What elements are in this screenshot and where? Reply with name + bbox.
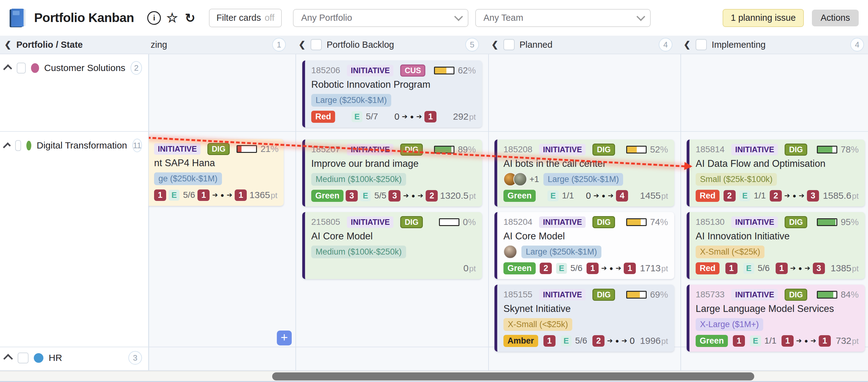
card-health-badge: Red: [695, 262, 719, 274]
lane-name: Digital Transformation: [37, 140, 127, 151]
lane-color-dot: [26, 141, 31, 150]
column-label: zing: [151, 40, 167, 50]
card-type-label: INITIATIVE: [347, 144, 393, 155]
kanban-card[interactable]: 185208 INITIATIVE DIG 52% AI bots in the…: [494, 140, 674, 206]
lane-checkbox[interactable]: [18, 353, 29, 363]
column-header-portfolio-backlog: ❮ Portfolio Backlog 5: [299, 36, 486, 54]
kanban-card[interactable]: 185130 INITIATIVE DIG 95% AI Innovation …: [687, 212, 865, 279]
filter-cards-button[interactable]: Filter cards off: [209, 9, 282, 27]
card-middle-row: X-Small (<$25k): [503, 318, 668, 331]
flow-arrow-icon: ➔: [593, 192, 599, 200]
card-avatars: +1: [503, 172, 539, 186]
card-health-badge: Green: [695, 335, 728, 347]
kanban-card[interactable]: 185207 INITIATIVE DIG 89% Improve our br…: [302, 140, 482, 206]
lane-checkbox[interactable]: [15, 140, 21, 151]
portfolio-select-value: Any Portfolio: [301, 13, 352, 23]
lane-name: HR: [49, 353, 62, 363]
card-id: 185130: [695, 217, 724, 227]
column-checkbox[interactable]: [503, 39, 515, 50]
estimate-fraction: 5/6: [183, 190, 195, 200]
card-title: Skynet Initiative: [503, 303, 668, 315]
flow-arrow-icon: ➔: [227, 191, 232, 199]
card-flow-indicator: 0 ➔ ● ➔ 4: [586, 190, 628, 202]
collapse-lane-icon[interactable]: [3, 354, 13, 363]
actions-button[interactable]: Actions: [812, 10, 859, 26]
kanban-card[interactable]: 185814 INITIATIVE DIG 78% AI Data Flow a…: [687, 140, 865, 206]
flow-arrow-icon: ➔: [402, 113, 407, 121]
blue-book-logo-icon: [9, 8, 26, 28]
chevron-down-icon: [455, 12, 463, 21]
collapse-lane-icon[interactable]: [3, 142, 10, 150]
flow-dot-icon: ●: [804, 337, 808, 345]
kanban-card[interactable]: 185155 INITIATIVE DIG 69% Skynet Initiat…: [494, 285, 674, 352]
progress-percent: 89%: [458, 145, 476, 155]
card-blocked-count-badge: 2: [723, 190, 736, 202]
column-separator: [488, 36, 489, 371]
flow-arrow-icon: ➔: [622, 337, 627, 345]
kanban-card[interactable]: 185733 INITIATIVE DIG 84% Large Language…: [687, 285, 865, 352]
card-points: 1585.6pt: [823, 190, 859, 201]
progress-percent: 74%: [650, 217, 668, 227]
card-points: 1320.5pt: [440, 190, 476, 201]
card-blocked-count-badge: 1: [733, 335, 745, 347]
card-bottom-row: Red 2 E 1/1 2 ➔ ● ➔ 3 1585.6pt: [695, 189, 859, 202]
estimate-fraction: 5/6: [570, 263, 583, 273]
info-button[interactable]: i: [145, 9, 163, 27]
column-count-badge: 4: [659, 38, 672, 52]
card-team-badge: DIG: [785, 289, 807, 301]
refresh-button[interactable]: ↻: [181, 9, 199, 27]
progress-bar: [237, 145, 257, 153]
collapse-lane-icon[interactable]: [3, 64, 12, 73]
card-flow-indicator: 2 ➔ ● ➔ 0: [592, 335, 634, 347]
card-top-row: 185155 INITIATIVE DIG 69%: [503, 288, 668, 301]
planning-issues-button[interactable]: 1 planning issue: [723, 9, 804, 27]
card-top-row: 185207 INITIATIVE DIG 89%: [311, 143, 476, 156]
card-progress: 62%: [434, 65, 476, 76]
portfolio-select[interactable]: Any Portfolio: [293, 9, 468, 27]
progress-fill: [818, 292, 833, 298]
progress-fill: [627, 147, 637, 152]
kanban-card[interactable]: 185204 INITIATIVE DIG 74% AI Core Model …: [494, 212, 674, 279]
kanban-card[interactable]: 185206 INITIATIVE CUS 62% Robotic Innova…: [302, 60, 482, 127]
team-select[interactable]: Any Team: [475, 9, 651, 27]
card-progress: 69%: [626, 290, 668, 300]
column-checkbox[interactable]: [695, 39, 707, 50]
card-middle-row: Medium ($100k-$250k): [311, 172, 476, 186]
add-card-button[interactable]: +: [277, 330, 292, 345]
card-bottom-row: Green 2 E 5/6 1 ➔ ● ➔ 1 1713pt: [503, 262, 668, 275]
card-middle-row: ge ($250k-$1M): [154, 172, 277, 185]
card-title: AI Core Model: [503, 230, 668, 242]
column-checkbox[interactable]: [311, 39, 322, 50]
card-title: AI Core Model: [311, 230, 476, 242]
flow-arrow-icon: ➔: [790, 264, 796, 272]
flow-in-count: 0: [394, 112, 399, 122]
estimate-letter-badge: E: [548, 190, 558, 201]
lane-color-dot: [31, 63, 39, 73]
card-middle-row: X-Large ($1M+): [695, 318, 859, 331]
scrollbar-thumb[interactable]: [272, 372, 754, 380]
chevron-left-icon[interactable]: ❮: [4, 40, 11, 50]
horizontal-scrollbar: [0, 371, 868, 381]
progress-bar: [439, 218, 459, 226]
card-middle-row: Small ($25k-$100k): [695, 172, 859, 186]
estimate-fraction: 1/1: [562, 191, 574, 201]
progress-bar: [434, 146, 455, 153]
progress-fill: [435, 67, 446, 74]
lane-count-badge: 11: [132, 139, 142, 152]
progress-bar: [434, 67, 455, 75]
column-label: Implementing: [712, 40, 766, 50]
progress-percent: 69%: [650, 290, 668, 300]
card-type-label: INITIATIVE: [347, 65, 393, 76]
chevron-left-icon[interactable]: ❮: [684, 40, 691, 50]
flow-arrow-icon: ➔: [811, 337, 816, 345]
card-health-badge: Green: [503, 190, 536, 202]
chevron-left-icon[interactable]: ❮: [491, 40, 498, 50]
chevron-left-icon[interactable]: ❮: [299, 40, 306, 50]
lane-checkbox[interactable]: [17, 63, 26, 74]
flow-dot-icon: ●: [793, 192, 796, 199]
kanban-card[interactable]: 215805 INITIATIVE DIG 0% AI Core Model M…: [302, 212, 482, 279]
progress-bar: [817, 291, 837, 299]
flow-arrow-icon: ➔: [403, 192, 409, 200]
favorite-star-button[interactable]: ☆: [163, 9, 181, 27]
card-flow-indicator: 1 ➔ ● ➔ 1: [197, 189, 247, 201]
